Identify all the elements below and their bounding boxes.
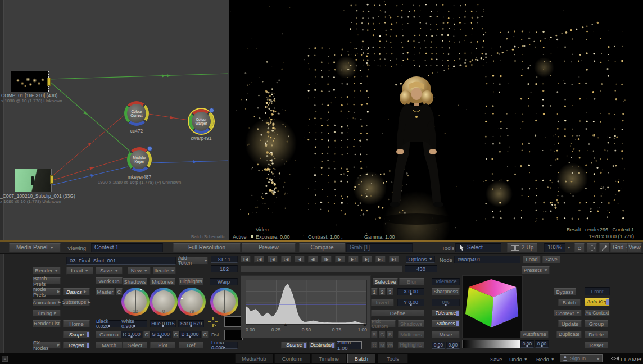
warp-color-wheel[interactable]: 0 (210, 288, 238, 316)
sharpness-button[interactable]: Sharpness (432, 288, 460, 295)
tool-select-field[interactable]: Select (455, 243, 501, 252)
move-button[interactable]: Move (432, 331, 460, 338)
tab-tools[interactable]: Tools (378, 354, 408, 363)
next-keyframe-button[interactable]: ▶↓ (375, 256, 386, 263)
chevron-down-icon[interactable]: ▼ (524, 357, 527, 361)
compare-button[interactable]: Compare (299, 243, 345, 252)
histogram-plot[interactable] (246, 280, 367, 325)
go-out-point-button[interactable]: ▶] (362, 256, 372, 263)
home-view-button[interactable]: ⌂ (574, 243, 585, 252)
redo-button[interactable]: Redo (536, 356, 549, 362)
basics-flyout[interactable]: Basics▶ (63, 288, 90, 295)
shot-name-field[interactable]: 03_Final_Shot_001 (66, 257, 176, 265)
cube-x-field[interactable]: 0.00 (520, 340, 534, 348)
plot-button[interactable]: Plot (150, 342, 175, 349)
subsetups-flyout[interactable]: Subsetups▶ (63, 299, 90, 306)
group-button[interactable]: Group (585, 320, 608, 327)
sample-crosshair-icon[interactable] (208, 317, 218, 327)
regen-toggle[interactable]: Regen (63, 342, 90, 349)
white-level-field[interactable]: White 0.980 (121, 320, 147, 327)
options-dropdown[interactable]: Options▼ (406, 256, 435, 263)
animation-flyout[interactable]: Animation▶ (33, 299, 61, 306)
shadows-tab[interactable]: Shadows (123, 278, 147, 285)
selective-button[interactable]: Selective (373, 278, 398, 285)
app-menu-button[interactable]: ≡ (2, 356, 8, 362)
presets-dropdown[interactable]: Presets▼ (522, 266, 550, 274)
sel-r-button[interactable]: R (371, 331, 378, 338)
bypass-button[interactable]: Bypass (554, 288, 576, 295)
update-button[interactable]: Update (558, 320, 582, 327)
sel-m-button[interactable]: M (379, 342, 386, 349)
cube-y-field[interactable]: 0.00 (535, 340, 549, 348)
front-dropdown[interactable]: Front (585, 287, 610, 295)
batch-schematic-panel[interactable]: COMP_01 [16F >10] (430) x 1080 @ 10 (1.7… (0, 0, 229, 240)
clip-node-subclip[interactable] (15, 169, 52, 192)
batch-button[interactable]: Batch (558, 299, 581, 306)
match-button[interactable]: Match (96, 342, 123, 349)
black-level-field[interactable]: Black 0.020 (96, 320, 123, 327)
play-reverse-button[interactable]: ◀ (295, 256, 305, 263)
midtones-color-wheel[interactable]: 0 (150, 288, 178, 316)
green-c-button[interactable]: C (173, 331, 179, 338)
render-list-button[interactable]: Render List (33, 320, 61, 327)
destination-toggle[interactable]: Destination (309, 342, 336, 349)
save-dropdown[interactable]: Save▼ (96, 267, 123, 275)
sel-yw-button[interactable]: Yw (387, 342, 393, 349)
blue-gain-field[interactable]: B 1.000 (179, 331, 201, 338)
clip-output-tab[interactable] (47, 78, 51, 86)
viewing-context-field[interactable]: Context 1 (91, 243, 163, 252)
auto-key-toggle[interactable]: Auto Key (585, 298, 610, 306)
tolerance-toggle[interactable]: Tolerance (432, 310, 460, 317)
au-context-button[interactable]: Au Context (585, 310, 610, 317)
luma-field[interactable]: Luma 0.000 (211, 342, 238, 349)
play-button[interactable]: ▶ (335, 256, 345, 263)
move-y-field[interactable]: 0.00 (446, 342, 460, 349)
select-button[interactable]: Select (123, 342, 147, 349)
selective-3-button[interactable]: 3 (387, 288, 393, 295)
define-button[interactable]: Define (371, 310, 424, 317)
green-gain-field[interactable]: G 1.000 (150, 331, 171, 338)
blur-button[interactable]: Blur (399, 278, 424, 285)
zoom-level-field[interactable]: 103% (544, 243, 565, 252)
red-c-button[interactable]: C (143, 331, 150, 338)
ref-button[interactable]: Ref (179, 342, 203, 349)
go-to-start-button[interactable]: ‖◀ (241, 256, 251, 263)
preview-button[interactable]: Preview (242, 243, 296, 252)
color-cube-panel[interactable] (462, 275, 523, 338)
node-colour-correct[interactable]: Colour Correct (124, 101, 149, 126)
sel-midtones-button[interactable]: Midtones (398, 331, 424, 338)
gamma-button[interactable]: Gamma (96, 331, 123, 338)
reset-button[interactable]: Reset (585, 342, 608, 349)
autoframe-button[interactable]: Autoframe (520, 331, 549, 338)
go-to-end-button[interactable]: ▶‖ (389, 256, 399, 263)
timebar[interactable] (241, 265, 402, 272)
node-modular-keyer[interactable]: Modular Keyer (127, 147, 152, 172)
video-viewport[interactable]: Video Active Exposure: 0.00 Contrast: 1.… (229, 0, 643, 240)
tab-mediahub[interactable]: MediaHub (235, 354, 273, 363)
work-on-button[interactable]: Work On (96, 277, 123, 285)
batch-prefs-button[interactable]: Batch Prefs (33, 277, 61, 285)
color-picker-button[interactable] (599, 243, 609, 252)
undo-button[interactable]: Undo (509, 356, 522, 362)
full-resolution-button[interactable]: Full Resolution (173, 243, 241, 252)
node-prefs-flyout[interactable]: Node Prefs▶ (33, 288, 61, 295)
next-cut-button[interactable]: ▶↑ (348, 256, 359, 263)
clip-node-comp[interactable] (11, 71, 48, 92)
blur-x-field[interactable]: X 0.00 (397, 288, 424, 295)
red-gain-field[interactable]: R 1.000 (121, 331, 142, 338)
highlights-tab[interactable]: Highlights (179, 278, 203, 285)
delete-button[interactable]: Delete (585, 331, 608, 338)
pan-tool-button[interactable] (587, 243, 597, 252)
chevron-down-icon[interactable]: ▼ (551, 357, 554, 361)
go-in-point-button[interactable]: [◀ (268, 256, 278, 263)
timing-flyout[interactable]: Timing▶ (33, 310, 61, 317)
render-dropdown[interactable]: Render▼ (33, 267, 61, 275)
start-frame-field[interactable]: SF: 1 (211, 256, 238, 263)
hist-marker-high[interactable]: ▲ (363, 322, 367, 327)
fx-nodes-flyout[interactable]: FX Nodes▶ (33, 342, 61, 349)
two-up-button[interactable]: 2-Up (507, 243, 537, 252)
new-dropdown[interactable]: New▼ (128, 267, 151, 275)
load-dropdown[interactable]: Load▼ (66, 267, 93, 275)
selective-2-button[interactable]: 2 (379, 288, 386, 295)
hue-field[interactable]: Hue 0.015 (150, 320, 176, 327)
